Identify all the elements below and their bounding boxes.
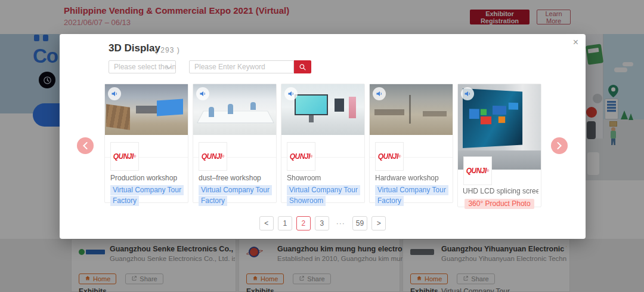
audio-badge (196, 87, 209, 100)
industry-select[interactable]: Please select the in... (109, 60, 176, 73)
audio-badge (461, 87, 474, 100)
image-detail (106, 104, 130, 130)
search-button[interactable] (294, 60, 311, 73)
audio-badge (284, 87, 298, 100)
logo-text: QUNJI (113, 152, 134, 161)
card-image-hardware-workshop[interactable] (370, 84, 453, 135)
image-detail (209, 107, 214, 117)
tour-tags: Virtual Company Tour Factory (375, 185, 448, 207)
pagination-ellipsis: ··· (333, 216, 348, 230)
registered-mark: ® (134, 155, 136, 158)
pagination-page-2-active[interactable]: 2 (296, 216, 311, 230)
modal-title: 3D Display (109, 42, 160, 54)
search-icon (299, 63, 306, 71)
registered-mark: ® (222, 155, 224, 158)
pagination-next-button[interactable]: > (371, 216, 386, 230)
image-detail (309, 115, 314, 122)
registered-mark: ® (398, 155, 401, 158)
image-detail (295, 94, 328, 115)
logo-text: QUNJI (378, 152, 398, 161)
tag: Factory (110, 196, 139, 206)
tour-title[interactable]: Hardware workshop (375, 174, 439, 182)
card-image-dust-free-workshop[interactable] (193, 84, 276, 135)
tag: Virtual Company Tour (110, 185, 184, 195)
speaker-icon (376, 90, 383, 97)
registered-mark: ® (310, 155, 312, 158)
image-detail (335, 99, 344, 112)
tour-card[interactable]: QUNJI® Showroom Virtual Company Tour Sho… (281, 84, 365, 203)
image-detail (228, 104, 233, 114)
image-detail (157, 99, 183, 116)
tour-title[interactable]: Showroom (287, 174, 321, 182)
image-detail (493, 106, 506, 115)
logo-text: QUNJI (466, 167, 487, 175)
image-detail (481, 109, 487, 115)
image-detail (349, 97, 356, 118)
audio-badge (108, 87, 121, 100)
image-detail (250, 102, 256, 110)
tour-card[interactable]: QUNJI® UHD LCD splicing scree... 360° Pr… (457, 84, 541, 207)
speaker-icon (199, 90, 206, 97)
result-count: ( 293 ) (155, 46, 180, 54)
tag: Showroom (287, 196, 326, 206)
tag: Virtual Company Tour (199, 185, 272, 195)
carousel-prev-button[interactable] (77, 137, 94, 154)
tour-card[interactable]: QUNJI® Production workshop Virtual Compa… (104, 84, 188, 203)
image-detail (423, 111, 447, 116)
tour-tags: Virtual Company Tour Showroom (287, 185, 360, 207)
3d-display-modal: × 3D Display ( 293 ) Please select the i… (60, 34, 586, 239)
image-detail (509, 103, 518, 110)
tour-title[interactable]: Production workshop (110, 174, 177, 182)
tour-tags: Virtual Company Tour Factory (110, 185, 184, 207)
speaker-icon (464, 90, 471, 97)
tour-card[interactable]: QUNJI® Hardware workshop Virtual Company… (369, 84, 453, 203)
speaker-icon (111, 90, 118, 97)
chevron-down-icon (166, 66, 172, 69)
tag: Factory (199, 196, 227, 206)
chevron-left-icon (82, 142, 88, 149)
speaker-icon (287, 90, 295, 97)
audio-badge (373, 87, 386, 100)
image-detail (374, 109, 404, 115)
tag: Factory (375, 196, 404, 206)
pagination-prev-button[interactable]: < (259, 216, 274, 230)
tour-card[interactable]: QUNJI® dust–free workshop Virtual Compan… (193, 84, 277, 203)
tour-tags: Virtual Company Tour Factory (199, 185, 272, 207)
card-image-production-workshop[interactable] (105, 84, 188, 135)
image-detail (481, 116, 491, 124)
tag: Virtual Company Tour (375, 185, 448, 195)
pagination-page-1[interactable]: 1 (278, 216, 292, 230)
image-detail (499, 116, 505, 123)
tour-title[interactable]: dust–free workshop (199, 174, 261, 182)
qunji-logo: QUNJI® (110, 142, 139, 171)
tour-title[interactable]: UHD LCD splicing scree... (463, 187, 538, 195)
carousel-next-button[interactable] (551, 137, 568, 154)
screen: Philippine Vending & Commercial Expo 202… (0, 0, 644, 292)
keyword-search-input[interactable] (189, 60, 294, 73)
chevron-right-icon (556, 142, 562, 149)
qunji-logo: QUNJI® (287, 142, 315, 171)
card-image-showroom[interactable] (281, 84, 364, 135)
logo-text: QUNJI (290, 152, 310, 161)
close-icon[interactable]: × (573, 38, 578, 47)
qunji-logo: QUNJI® (199, 142, 227, 171)
qunji-logo: QUNJI® (463, 156, 492, 185)
logo-text: QUNJI (202, 152, 222, 161)
image-detail (469, 109, 479, 119)
tag: 360° Product Photo (465, 199, 534, 209)
tag: Virtual Company Tour (287, 185, 360, 195)
pagination-page-3[interactable]: 3 (315, 216, 329, 230)
image-detail (409, 95, 411, 124)
qunji-logo: QUNJI® (375, 142, 404, 171)
pagination: < 1 2 3 ··· 59 > (60, 216, 586, 230)
registered-mark: ® (487, 169, 489, 173)
pagination-page-59[interactable]: 59 (352, 216, 367, 230)
